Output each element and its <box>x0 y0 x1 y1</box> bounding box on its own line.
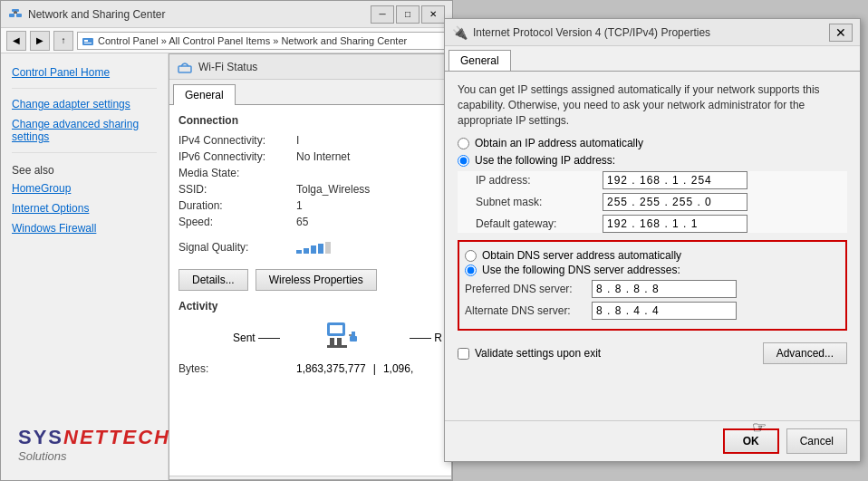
advanced-button[interactable]: Advanced... <box>763 342 847 364</box>
svg-rect-6 <box>84 40 88 42</box>
dialog-content: You can get IP settings assigned automat… <box>445 72 860 420</box>
connection-header: Connection <box>178 114 442 127</box>
preferred-dns-input[interactable]: 8 . 8 . 8 . 8 <box>592 280 737 298</box>
manual-dns-label: Use the following DNS server addresses: <box>482 264 680 276</box>
dialog-title-bar: 🔌 Internet Protocol Version 4 (TCP/IPv4)… <box>445 19 860 46</box>
nsc-main: Wi-Fi Status General Connection IPv4 Con… <box>169 53 452 480</box>
close-button[interactable]: ✕ <box>421 5 445 24</box>
cancel-button[interactable]: Cancel <box>786 428 847 454</box>
sent-label: Sent —— <box>233 332 280 344</box>
speed-label: Speed: <box>178 216 296 228</box>
dialog-tab-general[interactable]: General <box>448 50 511 71</box>
auto-dns-label: Obtain DNS server address automatically <box>482 249 681 262</box>
forward-button[interactable]: ▶ <box>30 31 50 51</box>
minimize-button[interactable]: ─ <box>371 5 394 24</box>
subnet-mask-row: Subnet mask: 255 . 255 . 255 . 0 <box>476 193 847 211</box>
svg-rect-12 <box>318 244 323 254</box>
speed-row: Speed: 65 <box>178 214 442 230</box>
title-bar-buttons: ─ □ ✕ <box>371 5 445 24</box>
subnet-mask-label: Subnet mask: <box>476 196 603 208</box>
watermark-top-text: SYSNETTECH <box>18 426 170 449</box>
dialog-close-button[interactable]: ✕ <box>829 24 853 42</box>
nsc-window: Network and Sharing Center ─ □ ✕ ◀ ▶ ↑ C… <box>0 0 453 481</box>
ip-address-input[interactable]: 192 . 168 . 1 . 254 <box>603 171 747 189</box>
activity-sent-recv-row: Sent —— —— R <box>178 318 442 357</box>
validate-checkbox-row: Validate settings upon exit <box>458 347 601 360</box>
change-adapter-settings-link[interactable]: Change adapter settings <box>1 94 168 114</box>
nsc-sidebar: Control Panel Home Change adapter settin… <box>1 53 169 480</box>
manual-dns-radio[interactable] <box>465 265 477 276</box>
wifi-bottom-bar: 🛡 Disable Diagnose <box>169 476 451 480</box>
recv-label: —— R <box>410 332 442 344</box>
ipv4-label: IPv4 Connectivity: <box>178 134 296 147</box>
maximize-button[interactable]: □ <box>396 5 420 24</box>
dialog-tabs: General <box>445 46 860 72</box>
gateway-input[interactable]: 192 . 168 . 1 . 1 <box>603 215 747 233</box>
recv-bytes: 1,096, <box>383 362 413 375</box>
ip-form: IP address: 192 . 168 . 1 . 254 Subnet m… <box>458 171 847 233</box>
ssid-row: SSID: Tolga_Wireless <box>178 181 442 197</box>
dns-section: Obtain DNS server address automatically … <box>458 240 847 331</box>
ipv6-row: IPv6 Connectivity: No Internet <box>178 149 442 165</box>
manual-ip-radio[interactable] <box>458 155 469 167</box>
duration-value: 1 <box>296 199 303 212</box>
bytes-row: Bytes: 1,863,375,777 | 1,096, <box>178 361 442 377</box>
alternate-dns-input[interactable]: 8 . 8 . 4 . 4 <box>592 302 737 320</box>
bytes-separator: | <box>373 362 376 375</box>
change-advanced-sharing-link[interactable]: Change advanced sharing settings <box>1 114 168 147</box>
validate-label: Validate settings upon exit <box>475 347 601 360</box>
ipv6-value: No Internet <box>296 150 350 163</box>
duration-label: Duration: <box>178 199 296 212</box>
alternate-dns-row: Alternate DNS server: 8 . 8 . 4 . 4 <box>465 302 840 320</box>
ip-address-label: IP address: <box>476 174 603 187</box>
cursor-hand: ☞ <box>752 418 767 438</box>
subnet-mask-input[interactable]: 255 . 255 . 255 . 0 <box>603 193 747 211</box>
wifi-status-panel: Wi-Fi Status General Connection IPv4 Con… <box>169 53 452 480</box>
sidebar-divider-2 <box>12 152 157 153</box>
nsc-body: Control Panel Home Change adapter settin… <box>1 53 452 480</box>
ssid-value: Tolga_Wireless <box>296 183 370 196</box>
dialog-title-text: Internet Protocol Version 4 (TCP/IPv4) P… <box>473 26 829 39</box>
details-button[interactable]: Details... <box>178 269 248 291</box>
gateway-label: Default gateway: <box>476 217 603 230</box>
svg-rect-8 <box>178 66 191 72</box>
nsc-title-bar: Network and Sharing Center ─ □ ✕ <box>1 1 452 28</box>
manual-dns-radio-row: Use the following DNS server addresses: <box>465 264 840 276</box>
back-button[interactable]: ◀ <box>6 31 26 51</box>
svg-rect-11 <box>311 245 316 254</box>
windows-firewall-link[interactable]: Windows Firewall <box>1 218 168 238</box>
signal-quality-label: Signal Quality: <box>178 241 296 256</box>
auto-ip-label: Obtain an IP address automatically <box>475 137 643 149</box>
validate-checkbox[interactable] <box>458 348 469 360</box>
control-panel-home-link[interactable]: Control Panel Home <box>1 63 168 82</box>
svg-rect-0 <box>9 14 14 17</box>
manual-ip-radio-row: Use the following IP address: <box>458 154 847 167</box>
internet-options-link[interactable]: Internet Options <box>1 198 168 218</box>
manual-ip-label: Use the following IP address: <box>475 154 615 167</box>
wifi-status-title: Wi-Fi Status <box>198 61 257 73</box>
auto-dns-radio[interactable] <box>465 250 477 262</box>
bytes-label: Bytes: <box>178 362 296 375</box>
ok-button[interactable]: OK <box>723 428 779 454</box>
svg-rect-4 <box>14 11 16 14</box>
alternate-dns-label: Alternate DNS server: <box>465 304 592 317</box>
preferred-dns-label: Preferred DNS server: <box>465 283 592 295</box>
wifi-content: Connection IPv4 Connectivity: I IPv6 Con… <box>169 105 451 476</box>
wifi-tab-general[interactable]: General <box>173 84 236 105</box>
ipv4-value: I <box>296 134 299 147</box>
svg-rect-10 <box>304 248 309 254</box>
dialog-title-icon: 🔌 <box>452 25 468 40</box>
auto-ip-radio[interactable] <box>458 138 469 149</box>
dialog-footer: OK Cancel <box>445 420 860 461</box>
wireless-properties-button[interactable]: Wireless Properties <box>256 269 377 291</box>
homegroup-link[interactable]: HomeGroup <box>1 178 168 198</box>
up-button[interactable]: ↑ <box>53 31 73 51</box>
watermark: SYSNETTECH Solutions <box>18 426 170 463</box>
nsc-window-icon <box>8 7 23 22</box>
auto-dns-radio-row: Obtain DNS server address automatically <box>465 249 840 262</box>
address-path: Control Panel » All Control Panel Items … <box>77 32 447 50</box>
svg-rect-9 <box>296 250 302 254</box>
signal-quality-bars <box>296 241 342 256</box>
wifi-btn-row: Details... Wireless Properties <box>178 269 442 291</box>
svg-rect-13 <box>325 242 331 254</box>
